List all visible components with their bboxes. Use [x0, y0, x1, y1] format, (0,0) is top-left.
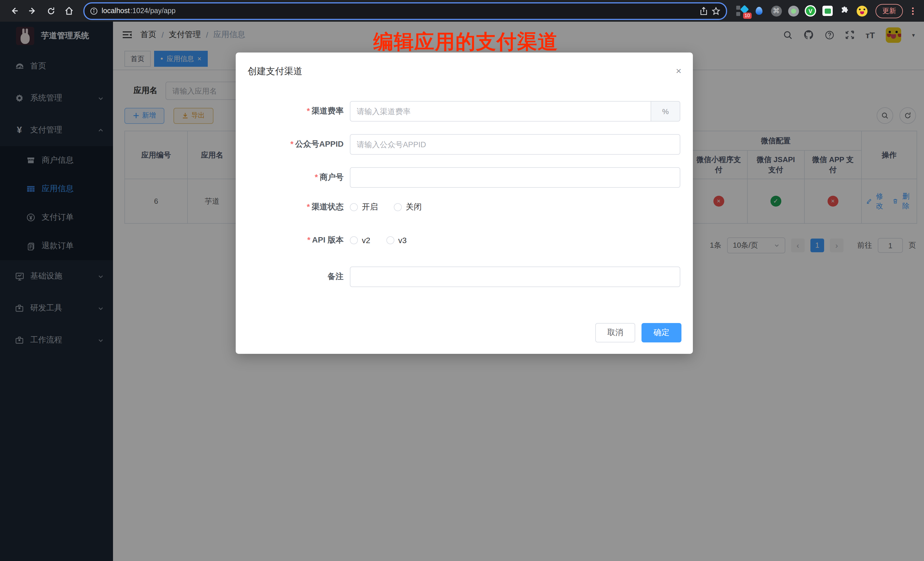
remark-input[interactable]: [350, 267, 680, 287]
bookmark-star-icon[interactable]: [712, 7, 720, 15]
extensions-area: 10 ⌘ V 更新: [734, 4, 917, 18]
required-asterisk: *: [307, 106, 310, 115]
dialog-title: 创建支付渠道: [248, 66, 303, 78]
radio-circle-icon: [350, 236, 358, 244]
field-label: 备注: [236, 272, 344, 282]
radio-label: v3: [398, 236, 407, 245]
field-label: *渠道费率: [236, 106, 344, 116]
field-label: *渠道状态: [236, 202, 344, 212]
extensions-puzzle-icon[interactable]: [839, 5, 850, 16]
confirm-button[interactable]: 确定: [642, 323, 681, 342]
site-info-icon[interactable]: [90, 7, 98, 15]
extension-chat-icon[interactable]: [822, 5, 833, 16]
field-label: *公众号APPID: [236, 139, 344, 150]
browser-update-button[interactable]: 更新: [876, 4, 903, 18]
required-asterisk: *: [307, 202, 310, 211]
form-row-merchant: *商户号: [236, 167, 693, 188]
channel-rate-input[interactable]: [350, 101, 651, 122]
form-row-appid: *公众号APPID: [236, 134, 693, 154]
radio-circle-icon: [350, 203, 358, 211]
forward-icon[interactable]: [25, 3, 40, 18]
home-icon[interactable]: [62, 3, 76, 18]
radio-label: v2: [362, 236, 370, 245]
extension-dot-icon[interactable]: [788, 5, 799, 16]
radio-label: 开启: [362, 202, 378, 212]
radio-status-closed[interactable]: 关闭: [394, 202, 422, 212]
dialog-footer: 取消 确定: [595, 323, 681, 342]
radio-circle-icon: [386, 236, 394, 244]
radio-circle-icon: [394, 203, 402, 211]
radio-api-v3[interactable]: v3: [386, 236, 407, 245]
radio-status-open[interactable]: 开启: [350, 202, 378, 212]
form-row-remark: 备注: [236, 267, 693, 287]
form-row-rate: *渠道费率 %: [236, 101, 693, 122]
required-asterisk: *: [291, 139, 294, 148]
screen: localhost:1024/pay/app 10 ⌘ V 更新 芋道管理系统: [0, 0, 924, 561]
back-icon[interactable]: [7, 3, 22, 18]
annotation-text: 编辑应用的支付渠道: [373, 28, 558, 56]
profile-avatar-icon[interactable]: [856, 5, 867, 16]
form-row-api-version: *API 版本 v2 v3: [236, 235, 693, 245]
extension-badge: 10: [743, 12, 752, 19]
form-row-status: *渠道状态 开启 关闭: [236, 202, 693, 212]
create-channel-dialog: 创建支付渠道 × *渠道费率 % *公众号APPID *商户号 *渠道状态 开启…: [236, 52, 693, 354]
share-icon[interactable]: [700, 7, 708, 15]
radio-label: 关闭: [406, 202, 422, 212]
field-label: *商户号: [236, 172, 344, 183]
address-bar[interactable]: localhost:1024/pay/app: [83, 2, 727, 20]
mp-appid-input[interactable]: [350, 134, 680, 154]
dialog-close-icon[interactable]: ×: [676, 66, 681, 76]
extension-v-icon[interactable]: V: [805, 5, 816, 16]
radio-api-v2[interactable]: v2: [350, 236, 370, 245]
extension-balloon-icon[interactable]: [753, 5, 765, 16]
browser-menu-icon[interactable]: [912, 7, 914, 15]
browser-toolbar: localhost:1024/pay/app 10 ⌘ V 更新: [0, 0, 924, 22]
reload-icon[interactable]: [44, 3, 58, 18]
url-path: :1024/pay/app: [130, 7, 696, 15]
merchant-id-input[interactable]: [350, 167, 680, 188]
percent-suffix: %: [651, 101, 680, 122]
required-asterisk: *: [315, 172, 318, 182]
cancel-button[interactable]: 取消: [595, 323, 635, 342]
required-asterisk: *: [308, 235, 310, 244]
extension-diamond-icon[interactable]: 10: [736, 5, 748, 16]
field-label: *API 版本: [236, 235, 344, 245]
extension-cmd-icon[interactable]: ⌘: [771, 5, 782, 16]
url-host: localhost: [102, 7, 130, 15]
